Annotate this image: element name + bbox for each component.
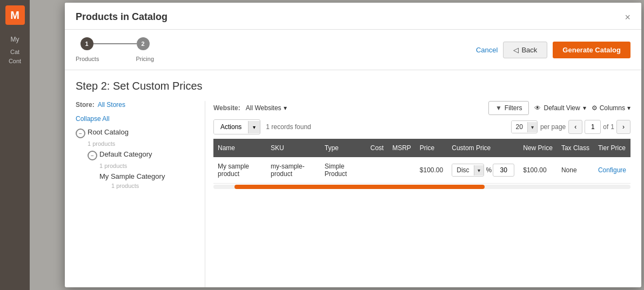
view-selector[interactable]: 👁 Default View ▾ bbox=[534, 104, 586, 112]
cell-type: Simple Product bbox=[320, 157, 366, 184]
actions-arrow-button[interactable]: ▾ bbox=[248, 121, 260, 133]
content-area: Store: All Stores Collapse All − Root Ca… bbox=[76, 101, 630, 287]
columns-button[interactable]: ⚙ Columns ▾ bbox=[592, 104, 630, 112]
default-category-toggle[interactable]: − bbox=[88, 151, 97, 160]
cell-tax-class: None bbox=[557, 157, 594, 184]
table-row: My sample product my-sample-product Simp… bbox=[213, 157, 630, 184]
wizard-steps: 1 2 Products Pricing bbox=[76, 37, 154, 62]
grid-top-bar: Website: All Websites ▾ ▼ Filters bbox=[213, 101, 630, 115]
modal-dialog: Products in Catalog × 1 2 Products Prici bbox=[65, 3, 641, 287]
col-tax-class: Tax Class bbox=[557, 139, 594, 157]
default-category-label[interactable]: Default Category bbox=[99, 150, 152, 158]
per-page-value: 20 bbox=[512, 121, 527, 133]
store-label: Store: bbox=[76, 101, 95, 109]
col-sku: SKU bbox=[266, 139, 320, 157]
sidebar-cat-label: Cat bbox=[10, 49, 19, 55]
custom-price-control: Disc ▾ % bbox=[452, 164, 514, 177]
cancel-button[interactable]: Cancel bbox=[476, 46, 498, 54]
filter-icon: ▼ bbox=[495, 104, 502, 112]
actions-dropdown[interactable]: Actions ▾ bbox=[213, 119, 260, 134]
root-catalog-toggle[interactable]: − bbox=[76, 129, 85, 138]
my-sample-category-count: 1 products bbox=[111, 183, 197, 189]
step-2-label: Pricing bbox=[136, 56, 154, 62]
website-selector[interactable]: All Websites ▾ bbox=[246, 104, 287, 112]
cell-sku: my-sample-product bbox=[266, 157, 320, 184]
category-tree-panel: Store: All Stores Collapse All − Root Ca… bbox=[76, 101, 205, 287]
sidebar-cont-label: Cont bbox=[9, 58, 21, 64]
col-price: Price bbox=[415, 139, 447, 157]
sidebar-my-label: My bbox=[11, 36, 19, 43]
my-sample-category-label[interactable]: My Sample Category bbox=[99, 172, 165, 180]
step-2-circle: 2 bbox=[137, 37, 150, 50]
table-wrapper: Name SKU Type Cost MSRP Price Custom Pri… bbox=[213, 139, 630, 287]
modal-title: Products in Catalog bbox=[76, 11, 167, 23]
columns-chevron: ▾ bbox=[627, 104, 630, 112]
configure-tier-price-link[interactable]: Configure bbox=[598, 166, 626, 174]
step-1-group: 1 2 Products Pricing bbox=[76, 37, 154, 62]
default-category-node: − Default Category bbox=[88, 150, 197, 160]
pagination-controls: ‹ of 1 › bbox=[568, 120, 630, 134]
discount-type-select[interactable]: Disc ▾ bbox=[452, 164, 484, 177]
website-label: Website: bbox=[213, 104, 240, 112]
sidebar: M My Cat Cont bbox=[0, 0, 30, 290]
eye-icon: 👁 bbox=[534, 104, 541, 112]
collapse-all-link[interactable]: Collapse All bbox=[76, 115, 197, 123]
step-line-wrap-1: 1 2 bbox=[81, 37, 150, 50]
cell-name: My sample product bbox=[213, 157, 266, 184]
back-label: Back bbox=[521, 46, 537, 54]
discount-value-input[interactable] bbox=[493, 164, 514, 177]
default-category-count: 1 products bbox=[99, 163, 197, 169]
per-page-arrow[interactable]: ▾ bbox=[527, 122, 537, 132]
discount-pct-input: % bbox=[486, 164, 515, 177]
store-row: Store: All Stores bbox=[76, 101, 197, 109]
table-header: Name SKU Type Cost MSRP Price Custom Pri… bbox=[213, 139, 630, 157]
step-connector-line bbox=[93, 43, 137, 44]
back-chevron-left: ◁ bbox=[513, 46, 519, 54]
modal-header: Products in Catalog × bbox=[65, 3, 641, 30]
store-value[interactable]: All Stores bbox=[98, 101, 125, 109]
horizontal-scrollbar[interactable] bbox=[213, 185, 630, 189]
col-type: Type bbox=[320, 139, 366, 157]
cell-tier-price: Configure bbox=[594, 157, 630, 184]
cell-cost bbox=[366, 157, 388, 184]
root-catalog-count: 1 products bbox=[88, 140, 197, 147]
website-value: All Websites bbox=[246, 104, 281, 112]
per-page-selector[interactable]: 20 ▾ bbox=[511, 120, 538, 133]
discount-type-value: Disc bbox=[452, 164, 473, 176]
pct-symbol: % bbox=[486, 166, 492, 174]
step-title: Step 2: Set Custom Prices bbox=[76, 80, 630, 92]
view-chevron: ▾ bbox=[583, 104, 586, 112]
actions-main-button[interactable]: Actions bbox=[214, 120, 248, 134]
discount-type-arrow[interactable]: ▾ bbox=[474, 165, 484, 176]
modal-close-button[interactable]: × bbox=[625, 12, 630, 22]
prev-page-button[interactable]: ‹ bbox=[568, 120, 582, 134]
col-msrp: MSRP bbox=[388, 139, 415, 157]
step-1-circle: 1 bbox=[81, 37, 93, 50]
product-grid-panel: Website: All Websites ▾ ▼ Filters bbox=[205, 101, 630, 287]
my-sample-category-node: My Sample Category bbox=[99, 172, 197, 180]
total-pages: 1 bbox=[611, 123, 614, 131]
tree-indent-2: My Sample Category 1 products bbox=[99, 172, 197, 189]
col-cost: Cost bbox=[366, 139, 388, 157]
generate-catalog-button[interactable]: Generate Catalog bbox=[553, 42, 630, 58]
cell-new-price: $100.00 bbox=[519, 157, 557, 184]
col-custom-price: Custom Price bbox=[447, 139, 519, 157]
cell-price: $100.00 bbox=[415, 157, 447, 184]
filters-button[interactable]: ▼ Filters bbox=[488, 101, 529, 115]
columns-label: Columns bbox=[600, 104, 625, 112]
col-name: Name bbox=[213, 139, 266, 157]
cell-custom-price: Disc ▾ % bbox=[447, 157, 519, 184]
next-page-button[interactable]: › bbox=[616, 120, 630, 134]
root-catalog-node: − Root Catalog bbox=[76, 128, 197, 138]
current-page-input[interactable] bbox=[585, 120, 601, 134]
col-tier-price: Tier Price bbox=[594, 139, 630, 157]
cell-msrp bbox=[388, 157, 415, 184]
tree-root: − Root Catalog 1 products − Default Cate… bbox=[76, 128, 197, 189]
back-button[interactable]: ◁ Back bbox=[503, 42, 547, 58]
filters-label: Filters bbox=[505, 104, 522, 112]
root-catalog-label[interactable]: Root Catalog bbox=[88, 128, 129, 136]
wizard-actions: Cancel ◁ Back Generate Catalog bbox=[476, 42, 630, 58]
step-1-label: Products bbox=[76, 56, 99, 62]
view-label: Default View bbox=[544, 104, 580, 112]
per-page-container: 20 ▾ per page ‹ of 1 › bbox=[511, 120, 630, 134]
